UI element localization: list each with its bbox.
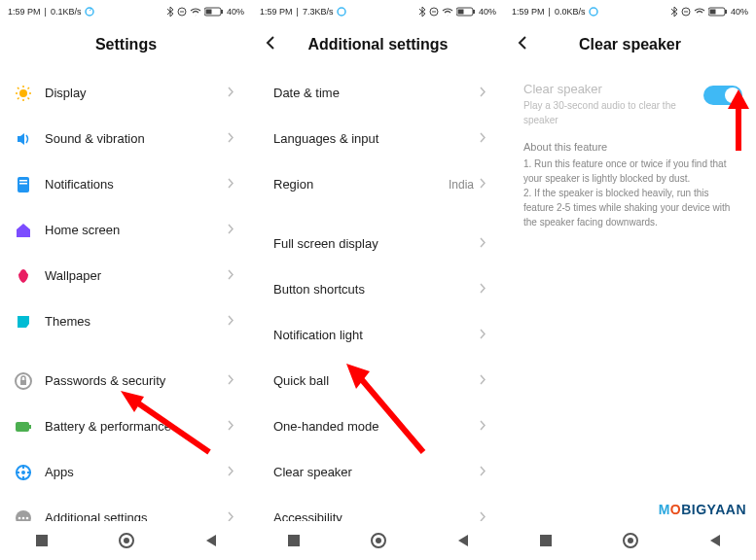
svg-point-6 — [19, 89, 27, 97]
bluetooth-icon — [418, 7, 426, 17]
row-region[interactable]: Region India — [252, 161, 504, 207]
svg-rect-15 — [18, 177, 29, 192]
about-title: About this feature — [523, 141, 737, 153]
row-value: India — [449, 178, 474, 192]
row-notification-light[interactable]: Notification light — [252, 312, 504, 358]
svg-rect-4 — [221, 10, 223, 14]
status-divider: | — [45, 7, 47, 17]
svg-rect-51 — [540, 535, 552, 546]
svg-rect-24 — [22, 465, 24, 469]
status-netspeed: 0.0KB/s — [555, 7, 586, 17]
svg-rect-49 — [725, 10, 727, 14]
svg-point-23 — [21, 471, 25, 474]
svg-line-13 — [18, 97, 19, 99]
nav-home[interactable] — [118, 532, 135, 549]
watermark: MOBIGYAAN — [659, 502, 746, 517]
svg-rect-42 — [288, 535, 300, 546]
row-label: Languages & input — [273, 131, 480, 146]
status-netspeed: 0.1KB/s — [51, 7, 82, 17]
row-label: Themes — [45, 314, 228, 329]
row-one-handed[interactable]: One-handed mode — [252, 403, 504, 449]
statusbar: 1:59 PM | 0.0KB/s 40% — [504, 0, 756, 23]
svg-rect-50 — [709, 10, 715, 15]
sync-icon — [85, 7, 94, 17]
row-label: Sound & vibration — [45, 131, 228, 146]
svg-rect-40 — [473, 10, 475, 14]
row-button-shortcuts[interactable]: Button shortcuts — [252, 266, 504, 312]
row-sound[interactable]: Sound & vibration — [0, 116, 252, 161]
row-clear-speaker[interactable]: Clear speaker — [252, 449, 504, 495]
battery-percent: 40% — [731, 7, 748, 17]
row-apps[interactable]: Apps — [0, 449, 252, 495]
svg-line-11 — [18, 88, 19, 89]
wifi-icon — [442, 8, 453, 17]
about-line: 2. If the speaker is blocked heavily, ru… — [523, 186, 737, 229]
nav-home[interactable] — [622, 532, 639, 549]
phone-clear-speaker: 1:59 PM | 0.0KB/s 40% Clear speaker Clea… — [504, 0, 756, 560]
status-time: 1:59 PM — [8, 7, 41, 17]
row-label: Display — [45, 86, 228, 100]
dnd-icon — [681, 7, 691, 17]
row-notifications[interactable]: Notifications — [0, 161, 252, 207]
back-button[interactable] — [266, 35, 275, 54]
svg-rect-16 — [19, 180, 27, 182]
battery-icon — [204, 7, 224, 17]
svg-point-53 — [628, 538, 633, 543]
row-label: One-handed mode — [273, 419, 480, 434]
chevron-right-icon — [228, 223, 234, 237]
navbar — [504, 521, 756, 560]
row-date-time[interactable]: Date & time — [252, 70, 504, 116]
page-title: Additional settings — [308, 36, 449, 53]
sync-icon — [589, 7, 598, 17]
additional-settings-list: Date & time Languages & input Region Ind… — [252, 66, 504, 560]
toggle-switch[interactable] — [703, 86, 742, 105]
divider — [0, 344, 252, 358]
row-languages[interactable]: Languages & input — [252, 116, 504, 161]
notifications-icon — [14, 175, 33, 194]
chevron-right-icon — [228, 419, 234, 434]
chevron-right-icon — [228, 465, 234, 479]
svg-point-45 — [590, 8, 597, 16]
svg-rect-41 — [457, 10, 463, 15]
chevron-right-icon — [228, 314, 234, 329]
svg-point-31 — [26, 516, 29, 519]
clear-speaker-toggle-row[interactable]: Clear speaker Play a 30-second audio to … — [504, 66, 756, 137]
svg-rect-33 — [36, 535, 48, 546]
row-label: Passwords & security — [45, 373, 228, 388]
row-label: Home screen — [45, 223, 228, 237]
nav-back[interactable] — [456, 533, 470, 548]
back-button[interactable] — [518, 35, 527, 54]
nav-recents[interactable] — [34, 533, 50, 548]
svg-rect-25 — [22, 476, 24, 480]
row-quick-ball[interactable]: Quick ball — [252, 358, 504, 403]
battery-icon — [456, 7, 476, 17]
status-divider: | — [297, 7, 299, 17]
header: Settings — [0, 23, 252, 66]
bluetooth-icon — [166, 7, 174, 17]
nav-home[interactable] — [370, 532, 387, 549]
nav-recents[interactable] — [286, 533, 302, 548]
status-time: 1:59 PM — [260, 7, 293, 17]
chevron-right-icon — [480, 373, 486, 388]
row-label: Clear speaker — [273, 465, 480, 479]
row-label: Notifications — [45, 177, 228, 192]
svg-point-36 — [338, 8, 345, 16]
nav-back[interactable] — [708, 533, 722, 548]
row-battery[interactable]: Battery & performance — [0, 403, 252, 449]
page-title: Clear speaker — [579, 36, 681, 53]
row-homescreen[interactable]: Home screen — [0, 207, 252, 253]
chevron-right-icon — [228, 131, 234, 146]
display-icon — [14, 84, 33, 103]
row-wallpaper[interactable]: Wallpaper — [0, 253, 252, 298]
row-display[interactable]: Display — [0, 70, 252, 116]
row-passwords[interactable]: Passwords & security — [0, 358, 252, 403]
row-themes[interactable]: Themes — [0, 298, 252, 344]
svg-rect-27 — [27, 472, 31, 473]
security-icon — [14, 371, 33, 391]
nav-recents[interactable] — [538, 533, 554, 548]
home-icon — [14, 221, 33, 240]
row-fullscreen[interactable]: Full screen display — [252, 221, 504, 266]
sync-icon — [337, 7, 346, 17]
nav-back[interactable] — [204, 533, 218, 548]
battery-icon — [708, 7, 728, 17]
